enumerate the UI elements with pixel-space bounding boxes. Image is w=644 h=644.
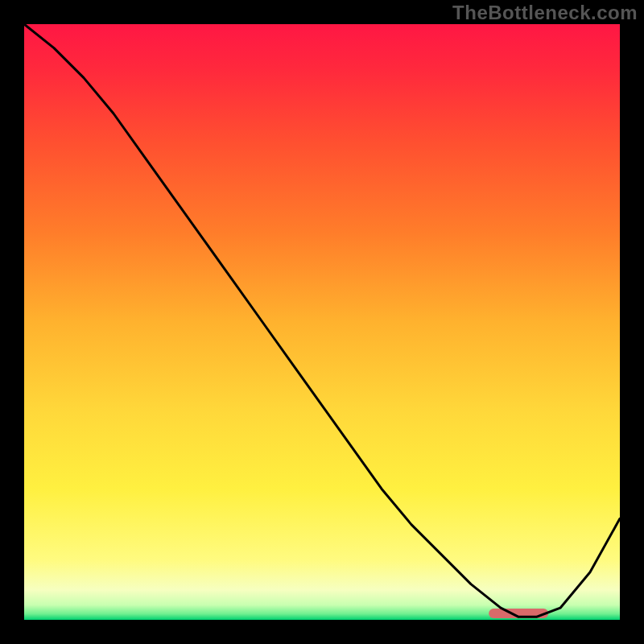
chart-frame: TheBottleneck.com bbox=[0, 0, 644, 644]
chart-svg bbox=[24, 24, 620, 620]
watermark-label: TheBottleneck.com bbox=[452, 2, 638, 24]
chart-plot-area bbox=[24, 24, 620, 620]
